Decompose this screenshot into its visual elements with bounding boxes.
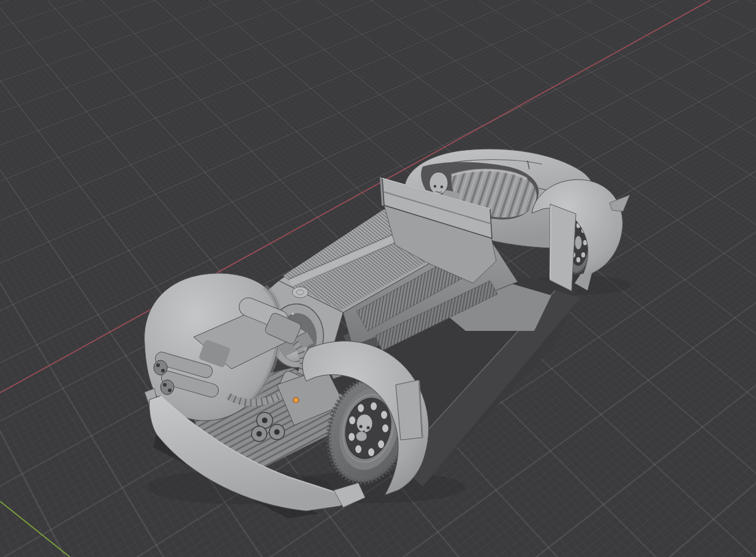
driver-eye bbox=[440, 186, 443, 188]
roadster-model[interactable] bbox=[0, 0, 756, 557]
fender-skirt bbox=[550, 204, 576, 291]
front-fender-skirt bbox=[396, 380, 423, 440]
object-origin-dot[interactable] bbox=[293, 398, 299, 403]
viewport-3d bbox=[0, 0, 756, 557]
driver-eye bbox=[434, 185, 436, 188]
radiator-cap bbox=[292, 287, 308, 298]
car-model[interactable] bbox=[145, 149, 631, 518]
